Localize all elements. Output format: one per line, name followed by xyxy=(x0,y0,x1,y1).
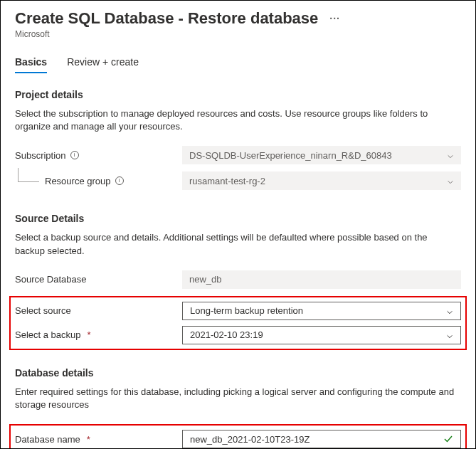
required-indicator: * xyxy=(88,329,91,340)
brand-label: Microsoft xyxy=(15,29,461,39)
dropdown-subscription-value: DS-SQLDB-UserExperience_ninarn_R&D_60843 xyxy=(189,150,392,161)
info-icon[interactable]: i xyxy=(70,151,79,159)
section-title-project: Project details xyxy=(15,89,461,100)
more-icon[interactable]: ··· xyxy=(329,13,340,24)
tree-indent xyxy=(18,168,39,182)
label-database-name: Database name * xyxy=(15,434,182,445)
tabs: Basics Review + create xyxy=(15,56,461,73)
label-select-source-text: Select source xyxy=(15,305,71,316)
required-indicator: * xyxy=(87,434,90,445)
row-subscription: Subscription i DS-SQLDB-UserExperience_n… xyxy=(15,146,461,164)
row-resource-group: Resource group i rusamant-test-rg-2 xyxy=(15,171,461,190)
section-title-source: Source Details xyxy=(15,213,461,224)
page-title: Create SQL Database - Restore database ·… xyxy=(15,9,461,28)
label-source-database-text: Source Database xyxy=(15,274,86,285)
check-icon xyxy=(443,434,453,444)
chevron-down-icon xyxy=(446,332,453,339)
section-title-database: Database details xyxy=(15,367,461,379)
row-select-source: Select source Long-term backup retention xyxy=(15,302,461,320)
label-select-backup: Select a backup * xyxy=(15,329,182,340)
label-database-name-text: Database name xyxy=(15,434,80,445)
dropdown-subscription[interactable]: DS-SQLDB-UserExperience_ninarn_R&D_60843 xyxy=(182,146,461,164)
field-source-database-value: new_db xyxy=(189,274,222,285)
label-resource-group-text: Resource group xyxy=(45,176,111,186)
field-source-database: new_db xyxy=(182,270,461,289)
label-source-database: Source Database xyxy=(15,274,182,285)
label-resource-group: Resource group i xyxy=(45,176,182,186)
chevron-down-icon xyxy=(447,152,454,159)
dropdown-select-source[interactable]: Long-term backup retention xyxy=(182,302,461,320)
input-database-name-value: new_db_2021-02-10T23-19Z xyxy=(190,434,310,445)
section-desc-project: Select the subscription to manage deploy… xyxy=(15,107,456,133)
row-select-backup: Select a backup * 2021-02-10 23:19 xyxy=(15,326,461,344)
tab-review-create[interactable]: Review + create xyxy=(67,56,139,73)
page-title-text: Create SQL Database - Restore database xyxy=(15,9,318,28)
dropdown-resource-group[interactable]: rusamant-test-rg-2 xyxy=(182,171,461,190)
chevron-down-icon xyxy=(447,177,454,184)
chevron-down-icon xyxy=(446,307,453,315)
dropdown-select-backup-value: 2021-02-10 23:19 xyxy=(190,329,263,340)
label-subscription: Subscription i xyxy=(15,150,182,161)
row-database-name: Database name * new_db_2021-02-10T23-19Z xyxy=(15,430,461,448)
tab-basics[interactable]: Basics xyxy=(15,56,47,73)
dropdown-select-backup[interactable]: 2021-02-10 23:19 xyxy=(182,326,461,344)
row-source-database: Source Database new_db xyxy=(15,270,461,289)
dropdown-resource-group-value: rusamant-test-rg-2 xyxy=(189,176,265,186)
label-select-backup-text: Select a backup xyxy=(15,329,81,340)
highlight-database-name: Database name * new_db_2021-02-10T23-19Z xyxy=(9,424,467,449)
info-icon[interactable]: i xyxy=(115,176,124,185)
section-desc-database: Enter required settings for this databas… xyxy=(15,386,456,411)
section-desc-source: Select a backup source and details. Addi… xyxy=(15,231,456,257)
highlight-source-selection: Select source Long-term backup retention… xyxy=(9,296,467,350)
label-select-source: Select source xyxy=(15,305,182,316)
dropdown-select-source-value: Long-term backup retention xyxy=(190,305,303,316)
input-database-name[interactable]: new_db_2021-02-10T23-19Z xyxy=(182,430,461,448)
label-subscription-text: Subscription xyxy=(15,150,66,161)
